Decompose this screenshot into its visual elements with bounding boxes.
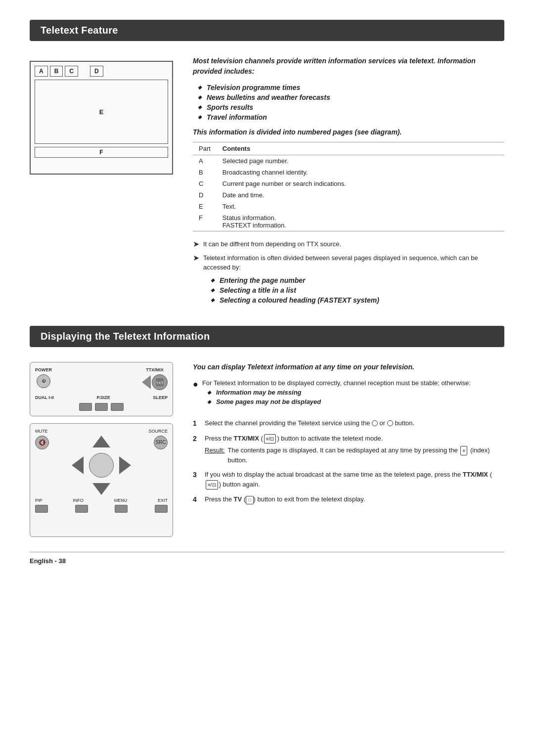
ttx-icon-1: ≡/⊡ bbox=[264, 434, 276, 444]
result-text: The contents page is displayed. It can b… bbox=[227, 445, 504, 465]
diagram-box-a: A bbox=[35, 66, 48, 77]
circle-btn-1 bbox=[372, 420, 378, 426]
table-header-contents: Contents bbox=[217, 142, 504, 155]
step-3: 3 If you wish to display the actual broa… bbox=[193, 470, 504, 489]
diagram-note: This information is divided into numbere… bbox=[193, 128, 504, 136]
ttxmix-label: TTX/MIX bbox=[146, 367, 164, 372]
section1-bullets: Television programme times News bulletin… bbox=[198, 84, 504, 121]
dual-label: DUAL I-II bbox=[35, 395, 54, 400]
table-row: C Current page number or search indicati… bbox=[193, 178, 504, 189]
info-label: INFO bbox=[73, 498, 84, 503]
table-row: B Broadcasting channel identity. bbox=[193, 167, 504, 178]
circle-btn-2 bbox=[387, 420, 393, 426]
small-buttons-row bbox=[35, 403, 168, 411]
table-header-part: Part bbox=[193, 142, 217, 155]
section2-text: You can display Teletext information at … bbox=[193, 362, 504, 537]
power-button[interactable]: ⏻ bbox=[37, 374, 50, 388]
diagram-top-bar: A B C D bbox=[35, 66, 168, 77]
pip-label: PIP bbox=[35, 498, 43, 503]
access-bullet: Selecting a coloured heading (FASTEXT sy… bbox=[211, 296, 504, 304]
parts-table: Part Contents A Selected page number. B … bbox=[193, 142, 504, 231]
section1-title: Teletext Feature bbox=[41, 25, 118, 36]
dual-btn[interactable] bbox=[79, 403, 92, 411]
step-num-1: 1 bbox=[193, 418, 205, 429]
table-row: E Text. bbox=[193, 201, 504, 212]
table-row: A Selected page number. bbox=[193, 155, 504, 167]
result-label: Result: bbox=[205, 445, 224, 465]
bullet-item: Television programme times bbox=[198, 84, 504, 91]
nav-center[interactable] bbox=[89, 453, 114, 478]
exit-label: EXIT bbox=[158, 498, 168, 503]
menu-btn[interactable] bbox=[115, 505, 128, 513]
remotes-col: POWER ⏻ TTX/MIX TXT bbox=[30, 362, 178, 537]
step-num-4: 4 bbox=[193, 494, 205, 505]
step-content-2: Press the TTX/MIX (≡/⊡) button to activa… bbox=[205, 434, 504, 465]
svg-text:TXT: TXT bbox=[156, 381, 163, 385]
note-text-2: Teletext information is often divided be… bbox=[203, 253, 504, 272]
step-2: 2 Press the TTX/MIX (≡/⊡) button to acti… bbox=[193, 434, 504, 465]
mute-button[interactable]: 🔇 bbox=[35, 436, 49, 449]
diagram-main-area: E bbox=[35, 80, 168, 144]
info-btn[interactable] bbox=[75, 505, 88, 513]
result-row: Result: The contents page is displayed. … bbox=[205, 445, 504, 465]
table-row: F Status information. FASTEXT informatio… bbox=[193, 212, 504, 231]
sleep-label: SLEEP bbox=[153, 395, 168, 400]
section2-content: POWER ⏻ TTX/MIX TXT bbox=[30, 362, 504, 537]
section2-intro: You can display Teletext information at … bbox=[193, 362, 504, 372]
psize-btn[interactable] bbox=[95, 403, 108, 411]
page-wrapper: Teletext Feature A B C D E F Most televi… bbox=[0, 0, 534, 584]
ttxmix-button[interactable]: TXT bbox=[152, 374, 168, 390]
note-bullet-1: Information may be missing bbox=[207, 389, 471, 396]
source-button[interactable]: SRC bbox=[154, 436, 168, 449]
arrow-icon-1: ➤ bbox=[193, 239, 199, 249]
steps-list: 1 Select the channel providing the Telet… bbox=[193, 418, 504, 505]
footer-label: English - 38 bbox=[30, 557, 66, 565]
diagram-col: A B C D E F bbox=[30, 56, 178, 311]
diagram-box-d: D bbox=[90, 66, 103, 77]
notes-section: ➤ It can be diffrent from depending on T… bbox=[193, 239, 504, 304]
step-content-1: Select the channel providing the Teletex… bbox=[205, 418, 504, 429]
pip-btn[interactable] bbox=[35, 505, 48, 513]
access-bullet: Selecting a title in a list bbox=[211, 286, 504, 294]
exit-btn[interactable] bbox=[155, 505, 168, 513]
section1-text: Most television channels provide written… bbox=[193, 56, 504, 311]
note-row-1: ➤ It can be diffrent from depending on T… bbox=[193, 239, 504, 249]
step-1: 1 Select the channel providing the Telet… bbox=[193, 418, 504, 429]
section2-title: Displaying the Teletext Information bbox=[41, 331, 210, 342]
content-a: Selected page number. bbox=[217, 155, 504, 167]
part-b: B bbox=[193, 167, 217, 178]
source-label: SOURCE bbox=[148, 429, 168, 434]
tv-btn-icon: □ bbox=[246, 496, 253, 505]
note-row-2: ➤ Teletext information is often divided … bbox=[193, 253, 504, 272]
note-bullet-2: Some pages may not be displayed bbox=[207, 398, 471, 405]
section2-header: Displaying the Teletext Information bbox=[30, 326, 504, 347]
psize-label: P.SIZE bbox=[96, 395, 110, 400]
footer: English - 38 bbox=[30, 552, 504, 565]
section2: Displaying the Teletext Information POWE… bbox=[30, 326, 504, 537]
note-sub-bullets: Information may be missing Some pages ma… bbox=[207, 389, 471, 405]
diagram-bottom-bar: F bbox=[35, 147, 168, 158]
note-dot-row: ● For Teletext information to be display… bbox=[193, 379, 504, 412]
content-e: Text. bbox=[217, 201, 504, 212]
part-a: A bbox=[193, 155, 217, 167]
section1-content: A B C D E F Most television channels pro… bbox=[30, 56, 504, 311]
note-main-text: For Teletext information to be displayed… bbox=[202, 379, 471, 412]
power-label: POWER bbox=[35, 367, 52, 372]
section1-intro: Most television channels provide written… bbox=[193, 56, 504, 77]
bullet-item: News bulletins and weather forecasts bbox=[198, 93, 504, 101]
section1-header: Teletext Feature bbox=[30, 20, 504, 41]
dot-icon: ● bbox=[193, 379, 198, 390]
step-content-4: Press the TV (□) button to exit from the… bbox=[205, 494, 504, 505]
ttx-icon-2: ≡/⊡ bbox=[206, 480, 218, 489]
sleep-btn[interactable] bbox=[111, 403, 124, 411]
step-content-3: If you wish to display the actual broadc… bbox=[205, 470, 504, 489]
step-4: 4 Press the TV (□) button to exit from t… bbox=[193, 494, 504, 505]
mute-label: MUTE bbox=[35, 429, 48, 434]
menu-label: MENU bbox=[114, 498, 128, 503]
remote-top-box: POWER ⏻ TTX/MIX TXT bbox=[30, 362, 173, 416]
content-f: Status information. FASTEXT information. bbox=[217, 212, 504, 231]
note-text-1: It can be diffrent from depending on TTX… bbox=[203, 239, 341, 249]
part-d: D bbox=[193, 189, 217, 201]
index-btn-icon: ≡ bbox=[460, 446, 467, 455]
step-num-3: 3 bbox=[193, 470, 205, 489]
